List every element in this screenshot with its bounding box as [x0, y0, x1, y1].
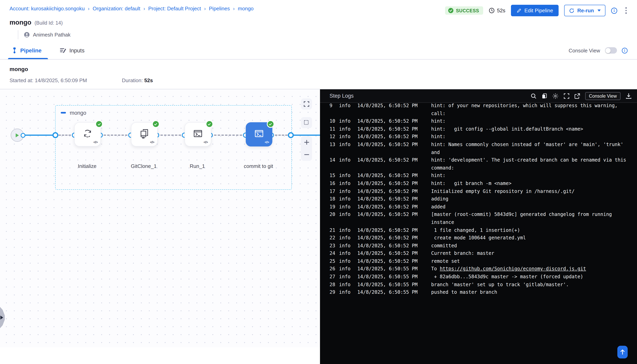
code-step-icon: </>: [264, 140, 269, 144]
step-node-run[interactable]: </>: [184, 122, 211, 146]
log-row: 28info14/8/2025, 6:50:55 PMbranch 'maste…: [330, 281, 637, 288]
log-line-number: 21: [330, 226, 339, 234]
log-row: 14info14/8/2025, 6:50:52 PMhint: 'develo…: [330, 156, 637, 172]
scroll-to-top-button[interactable]: [617, 346, 628, 358]
breadcrumb-organization[interactable]: Organization: default: [93, 6, 140, 12]
log-timestamp: 14/8/2025, 6:50:52 PM: [357, 226, 431, 234]
log-level: info: [339, 265, 357, 273]
log-level: info: [339, 281, 357, 288]
terminal-icon: [192, 128, 203, 139]
log-timestamp: 14/8/2025, 6:50:55 PM: [357, 281, 431, 288]
git-clone-icon: [139, 128, 150, 139]
tab-pipeline[interactable]: Pipeline: [10, 42, 44, 59]
success-check-icon: [206, 120, 213, 128]
log-level: info: [339, 126, 357, 133]
log-timestamp: 14/8/2025, 6:50:55 PM: [357, 289, 431, 296]
log-message: 1 file changed, 1 insertion(+): [431, 226, 632, 234]
flow-line-dashed: [156, 134, 184, 136]
console-view-toggle[interactable]: [605, 47, 617, 54]
log-content[interactable]: 9info14/8/2025, 6:50:52 PMhint: of your …: [320, 103, 637, 364]
user-avatar-icon: [24, 32, 30, 38]
log-level: info: [339, 103, 357, 118]
log-row: 12info14/8/2025, 6:50:52 PMhint:: [330, 133, 637, 141]
breadcrumb-account[interactable]: Account: kurosakiichigo.songoku: [10, 6, 85, 12]
fullscreen-icon[interactable]: [564, 93, 570, 99]
log-message: committed: [431, 242, 632, 250]
zoom-in-icon[interactable]: [304, 139, 310, 145]
step-label: Run_1: [170, 163, 225, 169]
log-timestamp: 14/8/2025, 6:50:52 PM: [357, 250, 431, 258]
log-timestamp: 14/8/2025, 6:50:52 PM: [357, 126, 431, 133]
connector-dot[interactable]: [52, 132, 58, 138]
info-circle-icon[interactable]: [622, 48, 628, 54]
log-line-number: 22: [330, 234, 339, 242]
console-view-button[interactable]: Console View: [586, 92, 620, 100]
log-message: hint: git config --global init.defaultBr…: [431, 126, 632, 133]
gear-icon[interactable]: [552, 93, 559, 99]
run-duration: Duration: 52s: [122, 78, 153, 83]
rerun-button[interactable]: Re-run: [564, 5, 606, 16]
log-line-number: 26: [330, 265, 339, 273]
run-started-at: Started at: 14/8/2025, 6:50:09 PM: [10, 78, 122, 83]
chevron-right-icon: ›: [144, 6, 145, 11]
page-title: mongo: [10, 19, 31, 26]
fullscreen-button[interactable]: [301, 98, 312, 110]
panel-expand-handle[interactable]: [0, 307, 5, 328]
connector-dot[interactable]: [21, 133, 26, 138]
kebab-menu-icon[interactable]: [623, 6, 629, 16]
edit-pipeline-button[interactable]: Edit Pipeline: [511, 5, 559, 16]
log-message: Initialized empty Git repository in /har…: [431, 188, 632, 195]
log-line-number: 24: [330, 250, 339, 258]
breadcrumb-current[interactable]: mongo: [238, 6, 254, 12]
log-row: 29info14/8/2025, 6:50:55 PMpushed to mas…: [330, 289, 637, 296]
log-line-number: 13: [330, 141, 339, 156]
log-level: info: [339, 226, 357, 234]
title-block: mongo (Build Id: 14) Animesh Pathak: [0, 16, 637, 41]
log-level: info: [339, 180, 357, 188]
step-node-commit-to-git[interactable]: </>: [246, 122, 272, 146]
collapse-stage-icon[interactable]: [61, 112, 66, 114]
zoom-out-icon[interactable]: [304, 152, 310, 158]
log-level: info: [339, 211, 357, 226]
info-circle-icon[interactable]: [611, 7, 617, 14]
execution-duration: 52s: [489, 8, 506, 14]
log-line-number: 28: [330, 281, 339, 288]
breadcrumb-pipelines[interactable]: Pipelines: [209, 6, 230, 12]
log-row: 23info14/8/2025, 6:50:52 PMcommitted: [330, 242, 637, 250]
pipeline-canvas[interactable]: mongo: [0, 89, 320, 347]
log-row: 19info14/8/2025, 6:50:52 PMadded: [330, 203, 637, 211]
log-message: To https://github.com/Sonichigo/economy-…: [431, 265, 632, 273]
step-node-initialize[interactable]: </>: [74, 122, 101, 146]
marquee-select-button[interactable]: [301, 117, 312, 128]
log-message: hint:: [431, 118, 632, 125]
clock-icon: [489, 8, 495, 14]
log-line-number: 17: [330, 188, 339, 195]
external-link-icon[interactable]: [575, 93, 580, 99]
log-row: 16info14/8/2025, 6:50:52 PMhint: git bra…: [330, 180, 637, 188]
log-timestamp: 14/8/2025, 6:50:52 PM: [357, 188, 431, 195]
log-timestamp: 14/8/2025, 6:50:52 PM: [357, 258, 431, 265]
pencil-icon: [516, 8, 522, 13]
build-id: (Build Id: 14): [34, 20, 63, 26]
inputs-icon: [60, 48, 66, 53]
edit-pipeline-label: Edit Pipeline: [524, 8, 553, 14]
step-logs-panel: Step Logs: [320, 89, 637, 364]
step-node-gitclone[interactable]: </>: [131, 122, 158, 146]
connector-dot[interactable]: [288, 132, 294, 138]
breadcrumb-project[interactable]: Project: Default Project: [148, 6, 201, 12]
top-bar: Account: kurosakiichigo.songoku › Organi…: [0, 0, 637, 16]
log-row: 25info14/8/2025, 6:50:52 PMremote set: [330, 258, 637, 265]
refresh-icon: [569, 8, 574, 13]
log-link[interactable]: https://github.com/Sonichigo/economy-dis…: [440, 266, 586, 272]
log-level: info: [339, 242, 357, 250]
download-icon[interactable]: [626, 93, 632, 99]
log-timestamp: 14/8/2025, 6:50:52 PM: [357, 242, 431, 250]
search-icon[interactable]: [531, 93, 536, 99]
run-info: mongo Started at: 14/8/2025, 6:50:09 PM …: [0, 60, 637, 89]
zoom-controls: [301, 136, 312, 161]
log-row: 24info14/8/2025, 6:50:52 PMCurrent branc…: [330, 250, 637, 258]
tab-inputs[interactable]: Inputs: [57, 42, 87, 59]
copy-icon[interactable]: [542, 93, 547, 99]
play-right-icon: [0, 316, 3, 320]
log-line-number: 11: [330, 126, 339, 133]
